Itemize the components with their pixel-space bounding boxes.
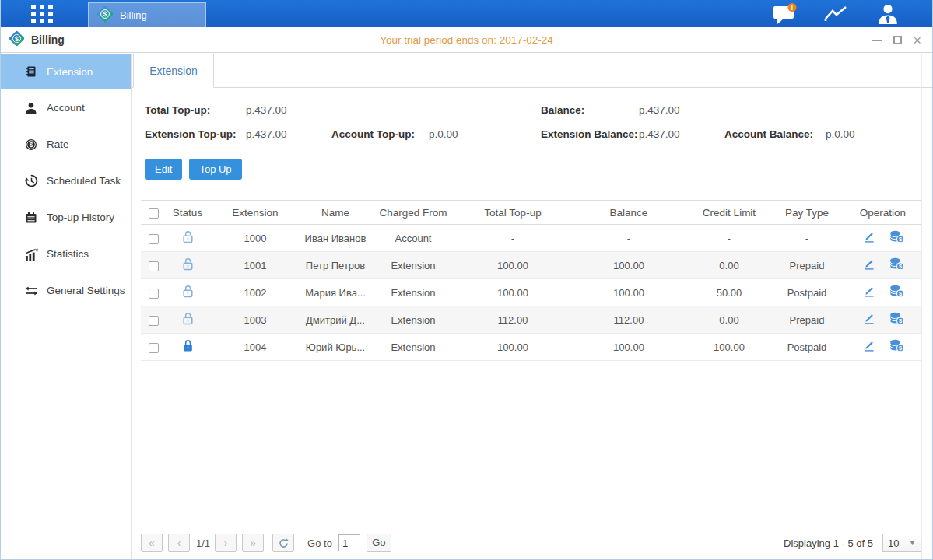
total-topup-cell: 112.00: [457, 306, 569, 334]
sidebar-item-topup-history[interactable]: Top-up History: [1, 199, 131, 236]
minimize-icon[interactable]: [872, 40, 882, 41]
total-topup-cell: -: [457, 225, 569, 252]
resource-monitor-icon[interactable]: [823, 3, 850, 25]
svg-text:$: $: [30, 141, 33, 149]
svg-text:!: !: [791, 3, 794, 11]
row-checkbox[interactable]: [149, 261, 159, 271]
go-button[interactable]: Go: [367, 534, 391, 552]
user-icon[interactable]: [875, 3, 901, 25]
billing-diamond-icon: $: [9, 30, 25, 50]
billing-diamond-icon: $: [96, 5, 114, 26]
first-page-button[interactable]: «: [141, 534, 163, 552]
charged-from-cell: Extension: [370, 306, 457, 334]
total-topup-cell: 100.00: [457, 279, 569, 306]
select-all-checkbox[interactable]: [149, 208, 159, 219]
table-row[interactable]: 1004Юрий Юрь...Extension100.00100.00100.…: [141, 334, 921, 361]
sidebar-item-scheduled-task[interactable]: Scheduled Task: [1, 163, 131, 199]
row-checkbox[interactable]: [149, 234, 159, 244]
topup-icon[interactable]: $: [889, 257, 904, 273]
edit-icon[interactable]: [862, 339, 875, 355]
edit-icon[interactable]: [862, 312, 875, 327]
messages-icon[interactable]: !: [772, 3, 798, 25]
sidebar-item-statistics[interactable]: Statistics: [1, 236, 131, 272]
sidebar-item-extension[interactable]: Extension: [1, 54, 131, 89]
row-checkbox[interactable]: [149, 316, 159, 326]
extension-cell: 1002: [209, 279, 301, 306]
total-topup-cell: 100.00: [457, 252, 569, 279]
pagination-bar: « ‹ 1/1 › » Go to Go Displaying 1 - 5 of…: [141, 533, 921, 553]
credit-limit-cell: 50.00: [689, 279, 770, 306]
row-checkbox[interactable]: [149, 289, 159, 299]
credit-limit-cell: -: [689, 225, 770, 252]
operation-cell: $: [844, 225, 921, 252]
edit-button[interactable]: Edit: [145, 159, 182, 180]
topup-icon[interactable]: $: [889, 312, 904, 327]
extension-topup-label: Extension Top-up:: [145, 128, 237, 140]
sidebar-item-account[interactable]: Account: [1, 89, 131, 126]
table-row[interactable]: 1002Мария Ива...Extension100.00100.0050.…: [141, 279, 921, 306]
account-topup-label: Account Top-up:: [331, 128, 415, 140]
topup-history-icon: [24, 211, 38, 224]
table-row[interactable]: 1001Петр ПетровExtension100.00100.000.00…: [141, 252, 921, 279]
balance-cell: -: [569, 225, 689, 252]
system-topbar: $ Billing !: [1, 0, 932, 27]
total-topup-label: Total Top-up:: [145, 104, 210, 116]
extension-balance-value: p.437.00: [639, 128, 680, 140]
column-header-operation: Operation: [844, 201, 921, 225]
topup-icon[interactable]: $: [889, 230, 904, 246]
pay-type-cell: Prepaid: [770, 252, 844, 279]
account-balance-label: Account Balance:: [724, 128, 813, 140]
sidebar-item-label: General Settings: [47, 285, 125, 296]
name-cell: Иван Иванов: [301, 225, 370, 252]
tab-extension[interactable]: Extension: [133, 54, 214, 88]
lock-open-icon: [182, 230, 194, 246]
window-titlebar: $ Billing Your trial period ends on: 201…: [1, 27, 932, 53]
sidebar-item-label: Scheduled Task: [47, 175, 121, 187]
edit-icon[interactable]: [862, 257, 875, 273]
table-row[interactable]: 1000Иван ИвановAccount----$: [141, 225, 921, 252]
lock-closed-icon: [182, 339, 194, 355]
pay-type-cell: Postpaid: [770, 279, 844, 306]
extension-cell: 1004: [209, 334, 301, 361]
edit-icon[interactable]: [862, 285, 875, 300]
extension-table: Status Extension Name Charged From Total…: [141, 200, 921, 361]
sidebar-item-label: Rate: [47, 138, 69, 150]
sidebar-item-rate[interactable]: $ Rate: [1, 126, 131, 163]
chevron-down-icon: ▼: [909, 539, 916, 547]
sidebar-item-label: Top-up History: [47, 212, 114, 223]
table-body: 1000Иван ИвановAccount----$1001Петр Петр…: [141, 225, 921, 361]
top-up-button[interactable]: Top Up: [189, 159, 241, 180]
name-cell: Петр Петров: [301, 252, 370, 279]
topup-icon[interactable]: $: [889, 285, 904, 300]
taskbar-tab-billing[interactable]: $ Billing: [88, 2, 206, 27]
next-page-button[interactable]: ›: [215, 534, 237, 552]
edit-icon[interactable]: [862, 230, 875, 246]
maximize-icon[interactable]: [893, 36, 902, 44]
summary-panel: Total Top-up: p.437.00 Balance: p.437.00…: [132, 100, 932, 148]
table-row[interactable]: 1003Дмитрий Д...Extension112.00112.000.0…: [141, 306, 921, 334]
charged-from-cell: Account: [370, 225, 457, 252]
billing-app-window: $ Billing !: [0, 0, 933, 560]
sidebar: Extension Account $ Rate Scheduled Task: [1, 54, 132, 559]
apps-grid-icon[interactable]: [27, 4, 57, 24]
status-cell: [166, 279, 209, 306]
svg-text:$: $: [15, 34, 19, 42]
goto-page-input[interactable]: [338, 534, 360, 551]
general-settings-icon: [24, 284, 38, 297]
name-cell: Мария Ива...: [301, 279, 370, 306]
lock-open-icon: [182, 257, 194, 273]
last-page-button[interactable]: »: [242, 534, 264, 552]
status-cell: [166, 252, 209, 279]
lock-open-icon: [182, 312, 194, 327]
operation-cell: $: [844, 252, 921, 279]
refresh-button[interactable]: [272, 534, 294, 552]
page-size-dropdown[interactable]: 10 ▼: [882, 534, 921, 552]
extension-balance-label: Extension Balance:: [541, 128, 638, 140]
sidebar-item-general-settings[interactable]: General Settings: [1, 272, 131, 309]
close-icon[interactable]: ×: [913, 35, 921, 46]
operation-cell: $: [844, 279, 921, 306]
row-checkbox[interactable]: [149, 343, 159, 353]
prev-page-button[interactable]: ‹: [168, 534, 190, 552]
topup-icon[interactable]: $: [889, 339, 904, 355]
page-size-value: 10: [888, 537, 909, 549]
